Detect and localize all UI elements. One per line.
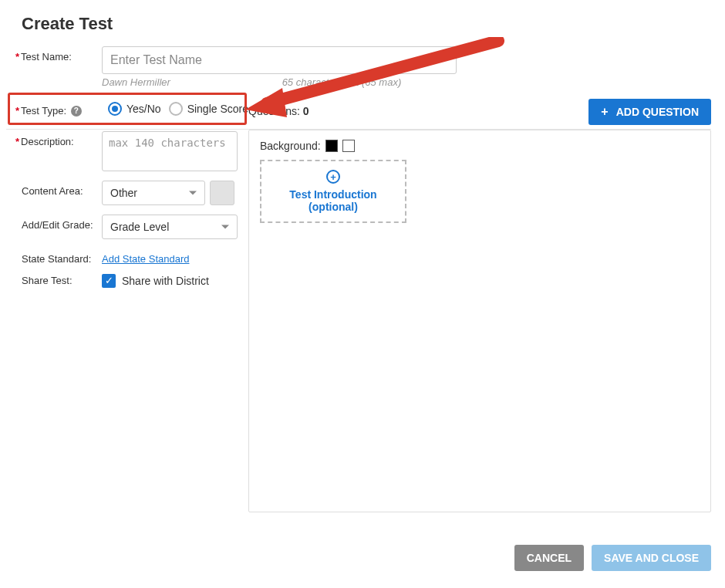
- test-author: Dawn Hermiller: [102, 76, 279, 88]
- test-type-single-label: Single Score: [187, 103, 248, 115]
- content-area-select[interactable]: Other: [102, 181, 205, 205]
- background-swatch-black[interactable]: [325, 140, 338, 152]
- chevron-down-icon: [189, 191, 197, 194]
- required-indicator: *: [15, 105, 19, 117]
- add-question-button[interactable]: + ADD QUESTION: [588, 99, 711, 125]
- background-label: Background:: [260, 140, 321, 152]
- description-input[interactable]: [102, 131, 238, 171]
- required-indicator: *: [15, 51, 19, 63]
- test-type-label: *Test Type: ?: [15, 100, 102, 117]
- question-canvas: Background: + Test Introduction (optiona…: [248, 130, 711, 512]
- plus-circle-icon: +: [326, 170, 340, 184]
- test-introduction-placeholder[interactable]: + Test Introduction (optional): [260, 160, 406, 223]
- plus-icon: +: [601, 105, 608, 119]
- grade-select[interactable]: Grade Level: [102, 215, 238, 239]
- share-label: Share Test:: [22, 275, 102, 286]
- questions-count: Questions: 0: [248, 105, 309, 117]
- test-type-single-radio[interactable]: [169, 102, 183, 116]
- description-label: *Description:: [15, 131, 102, 147]
- grade-label: Add/Edit Grade:: [22, 215, 102, 231]
- test-name-input[interactable]: [102, 46, 457, 74]
- test-name-label: *Test Name:: [15, 46, 102, 63]
- save-and-close-button[interactable]: SAVE AND CLOSE: [592, 545, 711, 571]
- background-swatch-white[interactable]: [342, 140, 355, 152]
- share-option-label: Share with District: [122, 275, 209, 287]
- page-title: Create Test: [22, 14, 711, 34]
- share-checkbox[interactable]: ✓: [102, 274, 116, 288]
- chars-left: 65 characters left (65 max): [282, 76, 402, 88]
- cancel-button[interactable]: CANCEL: [514, 545, 584, 571]
- state-standard-label: State Standard:: [22, 248, 102, 265]
- test-type-yesno-label: Yes/No: [126, 103, 161, 115]
- content-area-label: Content Area:: [22, 181, 102, 197]
- test-type-yesno-radio[interactable]: [108, 102, 122, 116]
- help-icon[interactable]: ?: [71, 106, 82, 117]
- add-state-standard-link[interactable]: Add State Standard: [102, 248, 189, 265]
- content-area-extra-button[interactable]: [210, 181, 234, 205]
- required-indicator: *: [15, 136, 19, 147]
- chevron-down-icon: [221, 225, 229, 228]
